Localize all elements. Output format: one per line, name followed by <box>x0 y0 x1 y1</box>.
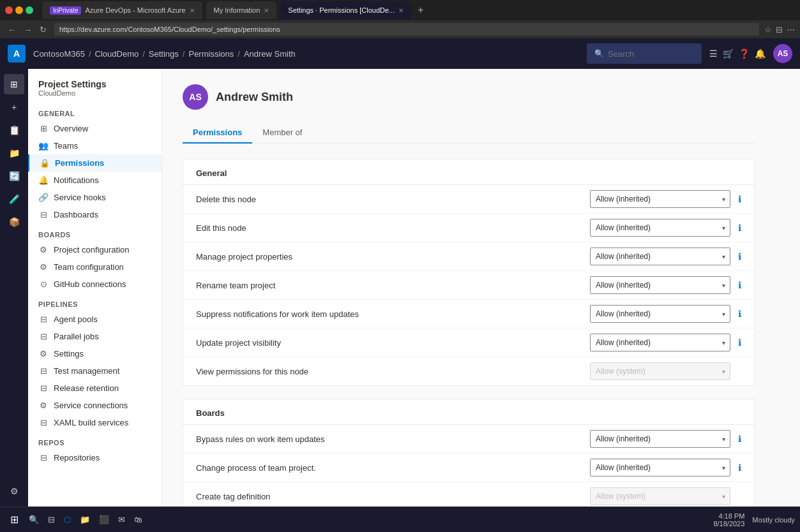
perm-label-edit-node: Edit this node <box>196 223 582 233</box>
nav-item-notifications[interactable]: 🔔 Notifications <box>28 172 162 189</box>
select-manage-project[interactable]: Allow (inherited) Allow Deny Not set <box>590 248 730 265</box>
nav-item-permissions[interactable]: 🔒 Permissions <box>28 154 162 172</box>
boards-section-header: Boards <box>183 399 754 425</box>
nav-item-dashboards[interactable]: ⊟ Dashboards <box>28 206 162 223</box>
notifications-header-icon[interactable]: 🔔 <box>755 48 766 59</box>
perm-row-bypass-rules: Bypass rules on work item updates Allow … <box>183 425 754 454</box>
perm-select-change-process: Allow (inherited) Allow Deny Not set <box>590 459 730 477</box>
nav-item-release-retention[interactable]: ⊟ Release retention <box>28 380 162 397</box>
sep4: / <box>238 49 240 59</box>
taskbar-edge-icon[interactable]: ⬡ <box>61 512 73 527</box>
sidebar-icon-boards[interactable]: 📋 <box>4 120 24 140</box>
address-input[interactable] <box>54 23 759 36</box>
nav-item-test-management[interactable]: ⊟ Test management <box>28 362 162 380</box>
new-tab-btn[interactable]: + <box>418 4 423 16</box>
search-input[interactable] <box>608 49 684 59</box>
info-icon-suppress[interactable]: ℹ <box>738 309 741 319</box>
perm-label-update-visibility: Update project visibility <box>196 338 582 348</box>
taskbar-search-icon[interactable]: 🔍 <box>26 512 42 527</box>
nav-label-teams: Teams <box>54 141 78 151</box>
select-rename[interactable]: Allow (inherited) Allow Deny Not set <box>590 276 730 294</box>
select-create-tag[interactable]: Allow (system) <box>590 487 730 505</box>
breadcrumb-settings[interactable]: Settings <box>149 49 179 59</box>
app-logo[interactable]: A <box>8 45 26 63</box>
bookmark-icon[interactable]: ☆ <box>764 25 772 34</box>
tab-2-close[interactable]: ✕ <box>264 7 269 14</box>
select-delete-node[interactable]: Allow (inherited) Allow Deny Not set <box>590 190 730 208</box>
basket-icon[interactable]: 🛒 <box>723 48 734 59</box>
breadcrumb-org[interactable]: ContosoM365 <box>33 49 85 59</box>
sidebar-icon-add[interactable]: + <box>4 97 24 117</box>
tab-member-of[interactable]: Member of <box>252 122 312 144</box>
perm-row-change-process: Change process of team project. Allow (i… <box>183 454 754 482</box>
tab-1-close[interactable]: ✕ <box>190 7 195 14</box>
nav-buttons: ← → ↻ <box>5 24 49 36</box>
browser-tab-1[interactable]: InPrivate Azure DevOps - Microsoft Azure… <box>42 1 202 19</box>
select-bypass-rules[interactable]: Allow (inherited) Allow Deny Not set <box>590 430 730 448</box>
tab-permissions[interactable]: Permissions <box>183 122 252 144</box>
perm-select-create-tag: Allow (system) <box>590 487 730 505</box>
select-update-visibility[interactable]: Allow (inherited) Allow Deny Not set <box>590 334 730 351</box>
tab-3-close[interactable]: ✕ <box>398 7 404 14</box>
nav-item-teams[interactable]: 👥 Teams <box>28 137 162 154</box>
select-edit-node[interactable]: Allow (inherited) Allow Deny Not set <box>590 219 730 237</box>
menu-icon[interactable]: ☰ <box>709 48 718 59</box>
nav-item-github[interactable]: ⊙ GitHub connections <box>28 276 162 293</box>
search-icon: 🔍 <box>594 49 604 58</box>
taskbar-mail-icon[interactable]: ✉ <box>116 512 128 527</box>
extensions-icon[interactable]: ⊟ <box>776 25 783 34</box>
left-nav-header: Project Settings CloudDemo <box>28 69 162 102</box>
nav-item-overview[interactable]: ⊞ Overview <box>28 120 162 137</box>
maximize-window-btn[interactable] <box>26 6 33 14</box>
breadcrumb-project[interactable]: CloudDemo <box>95 49 139 59</box>
select-suppress[interactable]: Allow (inherited) Allow Deny Not set <box>590 305 730 323</box>
nav-item-parallel-jobs[interactable]: ⊟ Parallel jobs <box>28 328 162 345</box>
breadcrumb-user[interactable]: Andrew Smith <box>244 49 296 59</box>
perm-select-rename: Allow (inherited) Allow Deny Not set <box>590 276 730 294</box>
sidebar-icon-testplans[interactable]: 🧪 <box>4 189 24 209</box>
info-icon-manage-project[interactable]: ℹ <box>738 251 741 262</box>
clock-time: 4:18 PM <box>713 512 744 520</box>
select-view-permissions[interactable]: Allow (system) <box>590 362 730 380</box>
minimize-window-btn[interactable] <box>15 6 23 14</box>
start-button[interactable]: ⊞ <box>5 511 24 528</box>
sidebar-icon-home[interactable]: ⊞ <box>4 74 24 94</box>
nav-item-service-hooks[interactable]: 🔗 Service hooks <box>28 189 162 206</box>
info-icon-change-process[interactable]: ℹ <box>738 462 741 473</box>
nav-item-service-connections[interactable]: ⚙ Service connections <box>28 397 162 414</box>
info-icon-rename[interactable]: ℹ <box>738 280 741 290</box>
refresh-btn[interactable]: ↻ <box>37 24 49 36</box>
nav-item-repositories[interactable]: ⊟ Repositories <box>28 449 162 466</box>
info-icon-bypass-rules[interactable]: ℹ <box>738 434 741 444</box>
close-window-btn[interactable] <box>5 6 13 14</box>
taskbar-task-icon[interactable]: ⊟ <box>45 512 57 527</box>
taskbar-explorer-icon[interactable]: 📁 <box>77 512 93 527</box>
taskbar-store-icon[interactable]: 🛍 <box>132 512 145 527</box>
breadcrumb-permissions[interactable]: Permissions <box>188 49 234 59</box>
forward-btn[interactable]: → <box>21 24 34 36</box>
sep1: / <box>89 49 91 59</box>
nav-item-project-config[interactable]: ⚙ Project configuration <box>28 241 162 258</box>
browser-tab-2[interactable]: My Information ✕ <box>206 1 277 19</box>
sidebar-icon-repos[interactable]: 📁 <box>4 143 24 163</box>
teams-icon: 👥 <box>38 141 49 151</box>
sidebar-icon-artifacts[interactable]: 📦 <box>4 212 24 232</box>
info-icon-edit-node[interactable]: ℹ <box>738 223 741 233</box>
nav-item-settings[interactable]: ⚙ Settings <box>28 345 162 362</box>
avatar[interactable]: AS <box>773 44 792 63</box>
sidebar-icon-pipelines[interactable]: 🔄 <box>4 166 24 186</box>
nav-label-github: GitHub connections <box>54 279 126 289</box>
select-change-process[interactable]: Allow (inherited) Allow Deny Not set <box>590 459 730 477</box>
nav-item-xaml[interactable]: ⊟ XAML build services <box>28 414 162 431</box>
nav-item-team-config[interactable]: ⚙ Team configuration <box>28 258 162 276</box>
info-icon-update-visibility[interactable]: ℹ <box>738 337 741 348</box>
taskbar-icons: 🔍 ⊟ ⬡ 📁 ⬛ ✉ 🛍 <box>26 512 145 527</box>
nav-item-agent-pools[interactable]: ⊟ Agent pools <box>28 311 162 328</box>
sidebar-icon-settings[interactable]: ⚙ <box>4 481 24 501</box>
browser-tab-3[interactable]: Settings · Permissions [CloudDe... ✕ <box>280 1 411 19</box>
help-icon[interactable]: ❓ <box>739 48 750 59</box>
info-icon-delete-node[interactable]: ℹ <box>738 194 741 204</box>
settings-icon[interactable]: ⋯ <box>787 25 795 34</box>
taskbar-terminal-icon[interactable]: ⬛ <box>96 512 112 527</box>
back-btn[interactable]: ← <box>5 24 19 36</box>
